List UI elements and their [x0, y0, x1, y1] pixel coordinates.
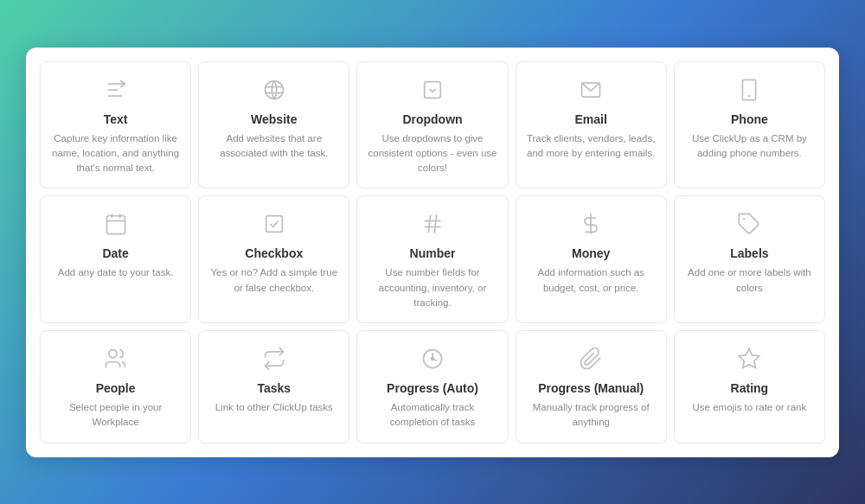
cell-title-number: Number — [410, 246, 456, 260]
svg-line-17 — [434, 215, 436, 233]
cell-website[interactable]: Website Add websites that are associated… — [198, 61, 349, 189]
cell-number[interactable]: Number Use number fields for accounting,… — [356, 195, 508, 323]
field-type-grid: Text Capture key information like name, … — [40, 61, 825, 443]
svg-point-3 — [265, 80, 283, 99]
cell-desc-checkbox: Yes or no? Add a simple true or false ch… — [208, 265, 340, 296]
dropdown-icon — [417, 74, 448, 105]
cell-desc-money: Add information such as budget, cost, or… — [525, 265, 657, 296]
rating-icon — [734, 343, 765, 374]
checkbox-icon — [259, 208, 290, 239]
cell-title-dropdown: Dropdown — [402, 112, 462, 126]
cell-rating[interactable]: Rating Use emojis to rate or rank — [674, 330, 825, 443]
cell-title-tasks: Tasks — [257, 381, 291, 395]
cell-desc-rating: Use emojis to rate or rank — [693, 400, 807, 415]
people-icon — [100, 343, 131, 374]
svg-rect-13 — [266, 216, 282, 233]
svg-point-22 — [431, 357, 435, 361]
card-container: Text Capture key information like name, … — [26, 48, 839, 457]
cell-title-text: Text — [104, 112, 128, 126]
website-icon — [259, 74, 290, 105]
cell-desc-people: Select people in your Workplace — [49, 400, 182, 431]
text-icon — [100, 74, 131, 105]
cell-progress-manual[interactable]: Progress (Manual) Manually track progres… — [516, 330, 667, 443]
cell-checkbox[interactable]: Checkbox Yes or no? Add a simple true or… — [198, 195, 349, 323]
cell-dropdown[interactable]: Dropdown Use dropdowns to give consisten… — [356, 61, 508, 189]
number-icon — [417, 208, 448, 239]
cell-title-progress-manual: Progress (Manual) — [538, 381, 644, 395]
phone-icon — [734, 74, 765, 105]
cell-email[interactable]: Email Track clients, vendors, leads, and… — [516, 61, 667, 189]
cell-title-date: Date — [102, 246, 128, 260]
cell-desc-dropdown: Use dropdowns to give consistent options… — [366, 131, 498, 176]
cell-desc-labels: Add one or more labels with colors — [683, 265, 816, 296]
cell-desc-phone: Use ClickUp as a CRM by adding phone num… — [683, 131, 816, 162]
money-icon — [575, 208, 606, 239]
cell-title-labels: Labels — [730, 246, 768, 260]
cell-progress-auto[interactable]: Progress (Auto) Automatically track comp… — [356, 330, 508, 443]
cell-desc-progress-manual: Manually track progress of anything — [525, 400, 657, 431]
cell-title-money: Money — [572, 246, 610, 260]
cell-labels[interactable]: Labels Add one or more labels with color… — [674, 195, 825, 323]
cell-title-website: Website — [251, 112, 297, 126]
email-icon — [575, 74, 606, 105]
tasks-icon — [259, 343, 290, 374]
svg-marker-23 — [740, 348, 759, 367]
cell-title-email: Email — [575, 112, 607, 126]
svg-rect-9 — [106, 216, 125, 234]
labels-icon — [734, 208, 765, 239]
cell-title-checkbox: Checkbox — [245, 246, 303, 260]
cell-desc-tasks: Link to other ClickUp tasks — [215, 400, 333, 415]
cell-tasks[interactable]: Tasks Link to other ClickUp tasks — [198, 330, 349, 443]
date-icon — [100, 208, 131, 239]
cell-desc-number: Use number fields for accounting, invent… — [366, 265, 498, 310]
cell-title-people: People — [96, 381, 136, 395]
cell-money[interactable]: Money Add information such as budget, co… — [516, 195, 667, 323]
cell-desc-email: Track clients, vendors, leads, and more … — [525, 131, 657, 162]
cell-desc-website: Add websites that are associated with th… — [208, 131, 340, 162]
cell-desc-date: Add any date to your task. — [58, 265, 174, 280]
cell-date[interactable]: Date Add any date to your task. — [40, 195, 191, 323]
progress-auto-icon — [417, 343, 448, 374]
cell-desc-progress-auto: Automatically track completion of tasks — [366, 400, 498, 431]
cell-title-phone: Phone — [731, 112, 768, 126]
cell-desc-text: Capture key information like name, locat… — [49, 131, 182, 176]
cell-title-rating: Rating — [731, 381, 769, 395]
svg-point-20 — [108, 350, 116, 358]
svg-rect-6 — [425, 81, 441, 98]
cell-title-progress-auto: Progress (Auto) — [387, 381, 478, 395]
cell-text[interactable]: Text Capture key information like name, … — [40, 61, 191, 189]
cell-phone[interactable]: Phone Use ClickUp as a CRM by adding pho… — [674, 61, 825, 189]
progress-manual-icon — [575, 343, 606, 374]
svg-line-16 — [428, 215, 430, 233]
cell-people[interactable]: People Select people in your Workplace — [40, 330, 191, 443]
